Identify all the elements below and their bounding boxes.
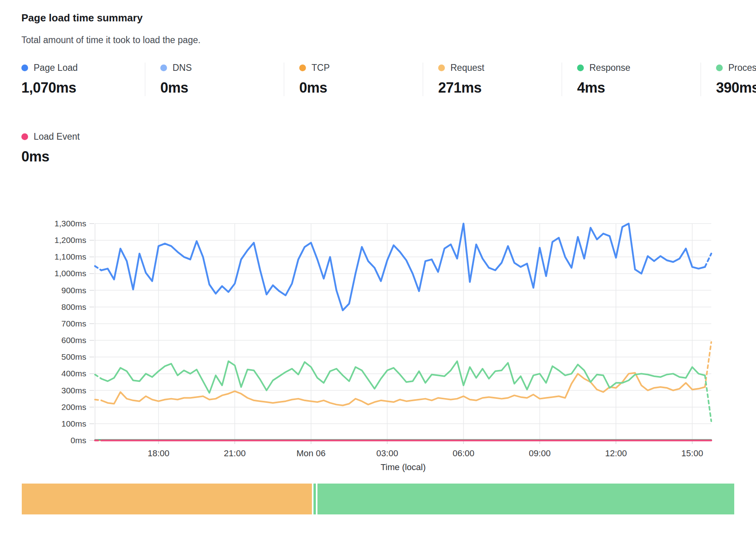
summary-item-tcp[interactable]: TCP 0ms	[299, 63, 423, 96]
svg-text:18:00: 18:00	[148, 448, 169, 458]
svg-text:12:00: 12:00	[605, 448, 627, 458]
summary-item-value: 0ms	[160, 80, 280, 96]
minimap-processing-segment[interactable]	[317, 484, 734, 514]
svg-text:600ms: 600ms	[61, 336, 86, 345]
summary-item-label: Request	[450, 63, 484, 73]
summary-item-value: 0ms	[21, 148, 141, 165]
svg-text:500ms: 500ms	[61, 352, 86, 361]
dns-dot-icon	[160, 65, 167, 71]
summary-item-label: TCP	[312, 63, 330, 73]
svg-text:09:00: 09:00	[529, 448, 551, 458]
page-load-dot-icon	[21, 65, 28, 71]
processing-dot-icon	[716, 65, 723, 71]
load-event-dot-icon	[21, 133, 28, 140]
svg-text:Mon 06: Mon 06	[296, 448, 325, 458]
response-dot-icon	[577, 65, 584, 71]
summary-item-label: Page Load	[34, 63, 78, 73]
svg-text:21:00: 21:00	[224, 448, 246, 458]
svg-text:700ms: 700ms	[61, 319, 86, 328]
summary-item-value: 1,070ms	[21, 80, 141, 96]
summary-item-load-event[interactable]: Load Event 0ms	[21, 131, 145, 165]
summary-item-value: 271ms	[438, 80, 558, 96]
summary-item-page-load[interactable]: Page Load 1,070ms	[21, 63, 145, 96]
svg-text:0ms: 0ms	[70, 436, 86, 445]
summary-item-response[interactable]: Response 4ms	[577, 63, 701, 96]
page-subtitle: Total amount of time it took to load the…	[21, 35, 201, 46]
svg-text:03:00: 03:00	[376, 448, 398, 458]
summary-item-value: 4ms	[577, 80, 697, 96]
page-title: Page load time summary	[21, 12, 142, 24]
summary-legend-row-1: Page Load 1,070ms DNS 0ms TCP 0ms Reques…	[21, 63, 756, 96]
svg-text:1,200ms: 1,200ms	[54, 235, 86, 245]
summary-item-request[interactable]: Request 271ms	[438, 63, 562, 96]
line-chart[interactable]: 0ms100ms200ms300ms400ms500ms600ms700ms80…	[0, 170, 756, 482]
svg-text:900ms: 900ms	[61, 286, 86, 295]
summary-item-label: Processing	[728, 63, 756, 73]
summary-legend-row-2: Load Event 0ms	[21, 131, 145, 165]
svg-text:1,000ms: 1,000ms	[54, 269, 86, 278]
summary-item-label: DNS	[173, 63, 192, 73]
svg-text:Time (local): Time (local)	[380, 462, 425, 472]
svg-text:1,100ms: 1,100ms	[54, 252, 86, 261]
time-range-minimap[interactable]	[22, 484, 734, 514]
svg-text:100ms: 100ms	[61, 419, 86, 428]
svg-text:300ms: 300ms	[61, 386, 86, 395]
summary-item-label: Load Event	[34, 131, 80, 142]
svg-text:800ms: 800ms	[61, 302, 86, 311]
summary-item-label: Response	[589, 63, 631, 73]
request-dot-icon	[438, 65, 445, 71]
tcp-dot-icon	[299, 65, 306, 71]
minimap-request-segment[interactable]	[22, 484, 312, 514]
svg-text:15:00: 15:00	[681, 448, 703, 458]
summary-item-dns[interactable]: DNS 0ms	[160, 63, 284, 96]
summary-item-value: 0ms	[299, 80, 419, 96]
summary-item-value: 390ms	[716, 80, 756, 96]
summary-item-processing[interactable]: Processing 390ms	[716, 63, 756, 96]
page-load-time-panel: Page load time summary Total amount of t…	[0, 0, 756, 535]
svg-text:400ms: 400ms	[61, 369, 86, 378]
svg-text:06:00: 06:00	[452, 448, 474, 458]
svg-text:1,300ms: 1,300ms	[54, 219, 86, 228]
svg-text:200ms: 200ms	[61, 402, 86, 412]
